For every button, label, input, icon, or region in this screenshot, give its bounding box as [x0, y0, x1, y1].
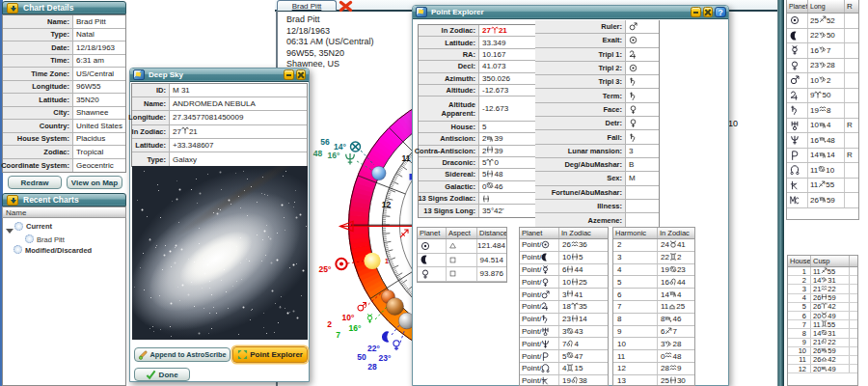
svg-text:11: 11 [402, 153, 411, 163]
svg-text:16°: 16° [349, 323, 362, 333]
svg-text:23°: 23° [379, 353, 392, 363]
svg-text:10°: 10° [342, 313, 355, 322]
svg-text:25°: 25° [319, 264, 332, 274]
svg-text:16°: 16° [328, 151, 340, 160]
svg-text:2: 2 [327, 319, 332, 329]
svg-text:50: 50 [357, 352, 366, 362]
svg-text:56: 56 [320, 137, 330, 147]
svg-text:12: 12 [382, 200, 392, 209]
svg-text:22°: 22° [367, 344, 380, 353]
svg-text:7: 7 [336, 330, 340, 340]
svg-text:28: 28 [367, 362, 377, 372]
svg-text:1: 1 [385, 258, 389, 264]
svg-text:48: 48 [313, 149, 323, 158]
